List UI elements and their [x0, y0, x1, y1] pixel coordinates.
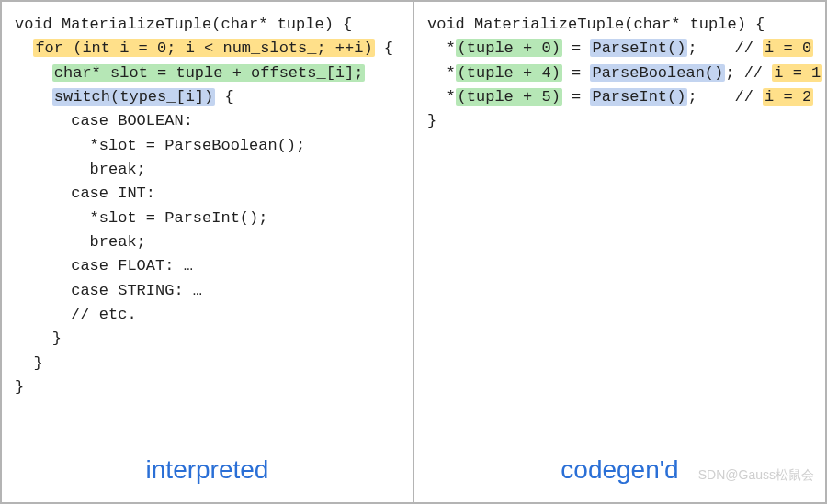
code-line: break;	[15, 233, 146, 251]
code-line: void MaterializeTuple(char* tuple) {	[15, 16, 352, 33]
right-pane: void MaterializeTuple(char* tuple) { *(t…	[414, 2, 825, 502]
code-line: void MaterializeTuple(char* tuple) {	[427, 16, 765, 33]
code-text: =	[562, 39, 591, 57]
code-line: *slot = ParseBoolean();	[15, 137, 305, 154]
code-text: ; //	[687, 88, 763, 106]
code-text: *	[427, 39, 456, 57]
right-code-block: void MaterializeTuple(char* tuple) { *(t…	[427, 13, 818, 134]
code-text: *	[427, 88, 456, 106]
code-line: break;	[15, 161, 146, 178]
code-text: =	[562, 88, 591, 106]
left-caption: interpreted	[2, 450, 413, 489]
code-text: =	[562, 64, 591, 82]
code-text: ; //	[725, 64, 772, 82]
code-line: case FLOAT: …	[15, 257, 193, 274]
code-line: }	[15, 378, 24, 396]
left-code-block: void MaterializeTuple(char* tuple) { for…	[15, 13, 405, 400]
comparison-container: void MaterializeTuple(char* tuple) { for…	[0, 0, 827, 504]
iter-highlight: i = 2	[763, 88, 813, 106]
code-text: {	[215, 88, 233, 106]
code-text: {	[375, 39, 393, 57]
iter-highlight: i = 1	[772, 64, 822, 82]
code-text: ; //	[687, 39, 763, 57]
switch-highlight: switch(types_[i])	[52, 88, 215, 106]
code-line: case INT:	[15, 185, 155, 202]
code-line: case STRING: …	[15, 282, 202, 299]
left-pane: void MaterializeTuple(char* tuple) { for…	[2, 2, 413, 502]
code-line: }	[427, 112, 436, 129]
code-line: *slot = ParseInt();	[15, 209, 267, 227]
call-highlight: ParseInt()	[590, 88, 687, 106]
offset-highlight: (tuple + 5)	[456, 88, 562, 106]
code-line: case BOOLEAN:	[15, 112, 193, 129]
call-highlight: ParseInt()	[590, 39, 687, 57]
call-highlight: ParseBoolean()	[590, 64, 725, 82]
right-caption: codegen'd	[414, 450, 825, 489]
for-loop-highlight: for (int i = 0; i < num_slots_; ++i)	[33, 39, 374, 57]
slot-decl-highlight: char* slot = tuple + offsets_[i];	[52, 64, 366, 82]
code-line: }	[15, 330, 62, 347]
iter-highlight: i = 0	[763, 39, 813, 57]
offset-highlight: (tuple + 4)	[456, 64, 562, 82]
code-line: // etc.	[15, 306, 137, 323]
offset-highlight: (tuple + 0)	[456, 39, 562, 57]
code-line: }	[15, 354, 43, 372]
code-text: *	[427, 64, 456, 82]
